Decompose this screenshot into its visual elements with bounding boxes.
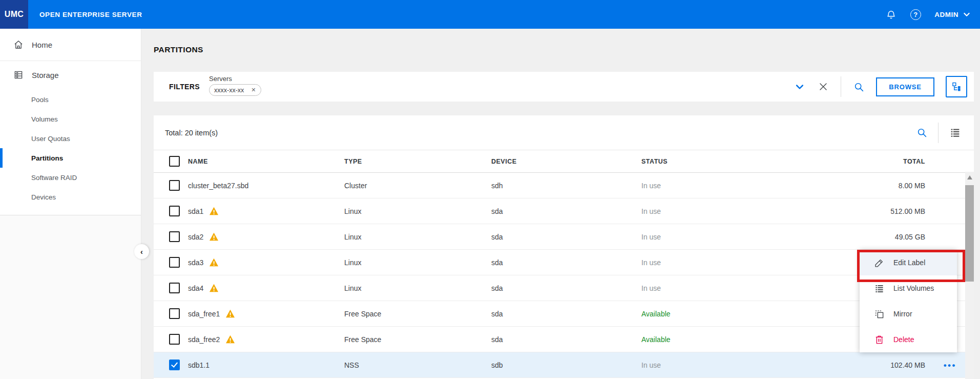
sidebar-collapse-button[interactable]: ‹ — [134, 244, 149, 259]
menu-item-delete[interactable]: Delete — [860, 327, 957, 352]
chip-remove-icon[interactable]: ✕ — [251, 87, 256, 93]
pencil-icon — [874, 257, 884, 268]
user-menu[interactable]: ADMIN — [934, 10, 971, 18]
cell-name: sda3 — [188, 258, 344, 267]
umc-logo[interactable]: UMC — [0, 0, 28, 29]
sidebar-item-partitions[interactable]: Partitions — [0, 148, 141, 168]
column-settings-list-icon[interactable] — [949, 127, 961, 139]
column-header-name[interactable]: NAME — [188, 158, 344, 165]
cell-total: 8.00 MB — [768, 182, 925, 190]
mirror-icon — [874, 309, 884, 319]
cell-device: sda — [491, 284, 641, 292]
sidebar-item-storage[interactable]: Storage — [0, 61, 141, 89]
warning-icon — [209, 284, 219, 292]
cell-type: Linux — [344, 284, 491, 292]
column-header-type[interactable]: TYPE — [344, 158, 491, 165]
cell-type: Linux — [344, 258, 491, 267]
column-header-total[interactable]: TOTAL — [768, 158, 925, 165]
menu-item-label: List Volumes — [893, 284, 934, 292]
cell-total: 49.05 GB — [768, 233, 925, 241]
app-root: UMC OPEN ENTERPRISE SERVER ? ADMIN — [0, 0, 980, 379]
cell-status: In use — [641, 207, 768, 215]
table-row[interactable]: sda3LinuxsdaIn use — [154, 250, 974, 275]
cell-device: sda — [491, 335, 641, 344]
cell-status: In use — [641, 258, 768, 267]
cell-status: In use — [641, 361, 768, 369]
sidebar-item-label: Home — [32, 41, 52, 49]
row-actions-ellipsis-button[interactable]: ••• — [944, 361, 956, 369]
sidebar-item-devices[interactable]: Devices — [0, 187, 141, 207]
sidebar-item-label: Storage — [32, 71, 59, 79]
filter-search-icon[interactable] — [852, 81, 865, 93]
table-row[interactable]: sda1LinuxsdaIn use512.00 MB — [154, 198, 974, 224]
filter-expand-chevron-icon[interactable] — [794, 81, 806, 93]
table-body: cluster_beta27.sbdClustersdhIn use8.00 M… — [154, 173, 974, 378]
table-row[interactable]: sda_free2Free SpacesdaAvailable — [154, 327, 974, 352]
cell-status: In use — [641, 233, 768, 241]
filter-clear-icon[interactable] — [817, 81, 829, 93]
page-title: PARTITIONS — [154, 45, 203, 54]
row-checkbox[interactable] — [169, 257, 180, 268]
sidebar-item-home[interactable]: Home — [0, 29, 141, 61]
menu-item-mirror[interactable]: Mirror — [860, 301, 957, 327]
list-icon — [874, 283, 884, 293]
cell-type: NSS — [344, 361, 491, 369]
cell-name: sda2 — [188, 232, 344, 241]
menu-item-edit-label[interactable]: Edit Label — [860, 250, 957, 275]
partitions-table: Total: 20 item(s) NAME TYPE — [154, 115, 974, 379]
row-checkbox[interactable] — [169, 231, 180, 242]
warning-icon — [209, 232, 219, 241]
sidebar-item-user-quotas[interactable]: User Quotas — [0, 129, 141, 148]
table-search-icon[interactable] — [915, 127, 928, 139]
top-bar: UMC OPEN ENTERPRISE SERVER ? ADMIN — [0, 0, 980, 29]
chevron-down-icon — [963, 10, 971, 18]
tree-view-button[interactable] — [946, 76, 967, 97]
row-checkbox[interactable] — [169, 360, 180, 370]
server-filter-chip[interactable]: xxxx-xx-xx ✕ — [209, 84, 261, 96]
divider — [841, 76, 841, 97]
user-menu-label: ADMIN — [934, 11, 958, 18]
row-checkbox[interactable] — [169, 283, 180, 293]
scrollbar-thumb[interactable] — [965, 185, 974, 282]
partition-name: sdb1.1 — [188, 361, 210, 369]
cell-name: sda_free1 — [188, 309, 344, 318]
table-toolbar: Total: 20 item(s) — [154, 115, 974, 150]
browse-button[interactable]: BROWSE — [876, 77, 934, 96]
warning-icon — [225, 335, 235, 344]
row-checkbox[interactable] — [169, 180, 180, 191]
row-checkbox[interactable] — [169, 334, 180, 345]
column-header-device[interactable]: DEVICE — [491, 158, 641, 165]
menu-item-label: Edit Label — [893, 258, 925, 267]
cell-device: sda — [491, 207, 641, 215]
table-row[interactable]: sdb1.1NSSsdbIn use102.40 MB••• — [154, 352, 974, 378]
table-row[interactable]: sda4LinuxsdaIn use — [154, 275, 974, 301]
scroll-up-arrow-icon[interactable] — [967, 175, 972, 179]
cell-device: sdb — [491, 361, 641, 369]
sidebar-item-software-raid[interactable]: Software RAID — [0, 168, 141, 187]
row-checkbox[interactable] — [169, 206, 180, 216]
filter-group-label: Servers — [209, 75, 261, 83]
column-header-status[interactable]: STATUS — [641, 158, 768, 165]
divider — [938, 123, 939, 143]
table-row[interactable]: sda2LinuxsdaIn use49.05 GB — [154, 224, 974, 250]
sidebar-item-pools[interactable]: Pools — [0, 90, 141, 109]
home-icon — [13, 39, 24, 50]
table-row[interactable]: sda_free1Free SpacesdaAvailable — [154, 301, 974, 327]
cell-status: In use — [641, 284, 768, 292]
partition-name: sda3 — [188, 258, 203, 267]
partition-name: sda1 — [188, 207, 203, 215]
select-all-checkbox[interactable] — [169, 156, 180, 167]
cell-total: 512.00 MB — [768, 207, 925, 215]
filter-bar: FILTERS Servers xxxx-xx-xx ✕ BROWSE — [154, 72, 974, 102]
menu-item-list-volumes[interactable]: List Volumes — [860, 275, 957, 301]
sidebar-item-volumes[interactable]: Volumes — [0, 109, 141, 129]
partition-name: cluster_beta27.sbd — [188, 182, 248, 190]
help-icon[interactable]: ? — [910, 9, 921, 20]
cell-name: sda4 — [188, 284, 344, 292]
notifications-bell-icon[interactable] — [885, 9, 896, 20]
cell-status: In use — [641, 182, 768, 190]
row-checkbox[interactable] — [169, 308, 180, 319]
vertical-scrollbar[interactable] — [965, 172, 974, 379]
table-row[interactable]: cluster_beta27.sbdClustersdhIn use8.00 M… — [154, 173, 974, 198]
cell-device: sdh — [491, 182, 641, 190]
